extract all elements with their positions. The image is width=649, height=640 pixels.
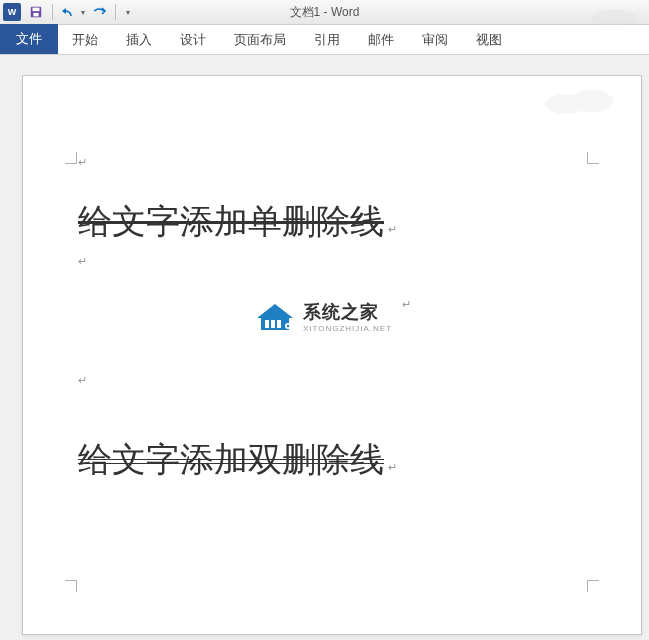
qat-separator bbox=[52, 4, 53, 20]
app-icon[interactable]: W bbox=[2, 2, 22, 22]
margin-marker-tr bbox=[587, 148, 603, 164]
page[interactable]: ↵ 给文字添加单删除线↵ ↵ 系统之家 XITONGZHIJIA.NET ↵ ↵… bbox=[22, 75, 642, 635]
paragraph-mark: ↵ bbox=[78, 255, 586, 268]
tab-home[interactable]: 开始 bbox=[58, 26, 112, 54]
svg-rect-7 bbox=[271, 320, 275, 328]
watermark-subtitle: XITONGZHIJIA.NET bbox=[303, 324, 392, 333]
margin-marker-bl bbox=[61, 580, 77, 596]
paragraph-mark: ↵ bbox=[78, 374, 586, 387]
text-double-strikethrough[interactable]: 给文字添加双删除线↵ bbox=[78, 417, 586, 483]
tab-references[interactable]: 引用 bbox=[300, 26, 354, 54]
quick-access-toolbar: W ▾ ▾ bbox=[0, 2, 130, 22]
line2-text: 给文字添加双删除线 bbox=[78, 437, 384, 483]
qat-customize-icon[interactable]: ▾ bbox=[126, 8, 130, 17]
save-icon bbox=[29, 5, 43, 19]
svg-point-11 bbox=[546, 94, 586, 114]
tab-mailings[interactable]: 邮件 bbox=[354, 26, 408, 54]
undo-dropdown-icon[interactable]: ▾ bbox=[81, 8, 85, 17]
document-title: 文档1 - Word bbox=[290, 4, 360, 21]
save-button[interactable] bbox=[26, 2, 46, 22]
svg-rect-2 bbox=[33, 13, 38, 17]
tab-review[interactable]: 审阅 bbox=[408, 26, 462, 54]
paragraph-mark-icon: ↵ bbox=[388, 461, 397, 473]
document-area: ↵ 给文字添加单删除线↵ ↵ 系统之家 XITONGZHIJIA.NET ↵ ↵… bbox=[0, 55, 649, 640]
cloud-decoration bbox=[541, 86, 621, 116]
svg-point-10 bbox=[287, 325, 289, 327]
qat-separator-2 bbox=[115, 4, 116, 20]
svg-rect-1 bbox=[33, 8, 40, 12]
word-icon: W bbox=[3, 3, 21, 21]
line1-text: 给文字添加单删除线 bbox=[78, 203, 384, 240]
text-single-strikethrough[interactable]: 给文字添加单删除线↵ bbox=[78, 199, 586, 245]
undo-button[interactable] bbox=[59, 2, 79, 22]
watermark-title: 系统之家 bbox=[303, 300, 392, 324]
svg-point-12 bbox=[569, 90, 613, 112]
paragraph-mark: ↵ bbox=[78, 156, 586, 169]
svg-rect-6 bbox=[265, 320, 269, 328]
tab-layout[interactable]: 页面布局 bbox=[220, 26, 300, 54]
watermark-text: 系统之家 XITONGZHIJIA.NET bbox=[303, 300, 392, 333]
undo-icon bbox=[61, 5, 77, 19]
tab-design[interactable]: 设计 bbox=[166, 26, 220, 54]
svg-rect-8 bbox=[277, 320, 281, 328]
paragraph-mark-icon: ↵ bbox=[388, 223, 397, 235]
redo-icon bbox=[91, 5, 107, 19]
redo-button[interactable] bbox=[89, 2, 109, 22]
title-bar: W ▾ ▾ 文档1 - Word bbox=[0, 0, 649, 25]
watermark: 系统之家 XITONGZHIJIA.NET ↵ bbox=[78, 298, 586, 334]
tab-file[interactable]: 文件 bbox=[0, 24, 58, 54]
margin-marker-tl bbox=[61, 148, 77, 164]
tab-view[interactable]: 视图 bbox=[462, 26, 516, 54]
margin-marker-br bbox=[587, 580, 603, 596]
ribbon-tabs: 文件 开始 插入 设计 页面布局 引用 邮件 审阅 视图 bbox=[0, 25, 649, 55]
tab-insert[interactable]: 插入 bbox=[112, 26, 166, 54]
paragraph-mark-icon: ↵ bbox=[402, 298, 411, 311]
house-icon bbox=[253, 298, 297, 334]
